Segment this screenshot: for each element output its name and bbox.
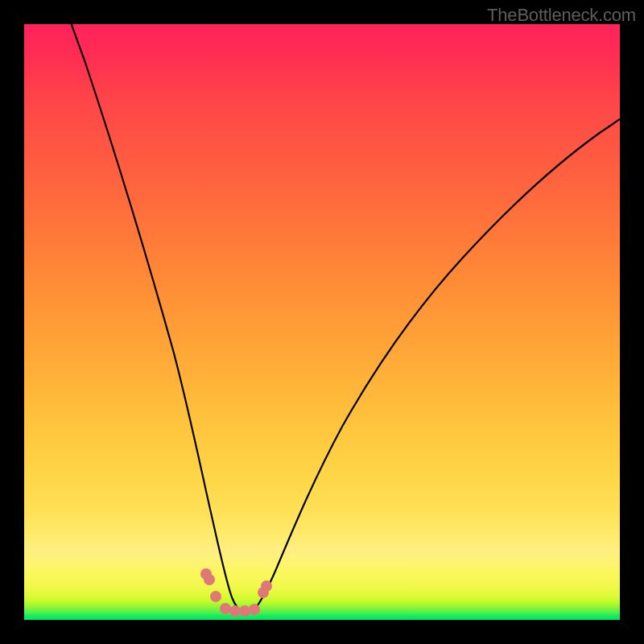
marker-dot: [204, 574, 215, 585]
marker-dot: [220, 603, 231, 614]
marker-dot: [229, 605, 241, 617]
marker-group: [200, 568, 272, 617]
marker-dot: [261, 580, 272, 592]
watermark-text: TheBottleneck.com: [487, 5, 636, 26]
curve-svg: [24, 24, 620, 620]
marker-dot: [239, 605, 250, 617]
bottleneck-curve: [64, 24, 620, 613]
plot-area: [24, 24, 620, 620]
marker-dot: [210, 591, 221, 602]
chart-frame: TheBottleneck.com: [0, 0, 644, 644]
marker-dot: [249, 604, 260, 615]
